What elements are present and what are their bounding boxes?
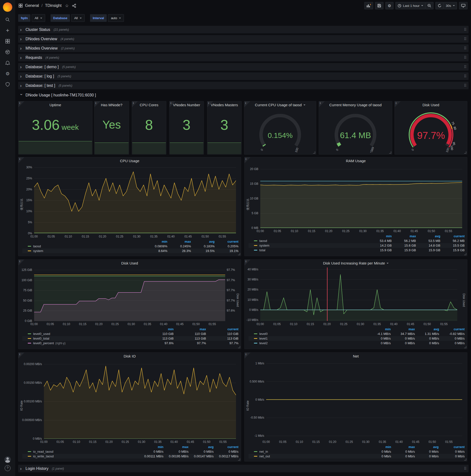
row-mnodes-overview[interactable]: › MNodes Overview (2 panels) ⠿ — [18, 44, 469, 52]
legend-sort-header[interactable]: current — [206, 327, 238, 331]
legend-sort-header[interactable]: current — [439, 445, 465, 449]
legend-sort-header[interactable]: max — [167, 239, 191, 244]
legend-sort-header[interactable]: max — [163, 445, 188, 449]
refresh-button[interactable] — [436, 2, 444, 9]
legend-sort-header[interactable]: avg — [416, 234, 440, 238]
panel-title[interactable]: Net — [353, 353, 359, 360]
zoom-out-button[interactable] — [425, 2, 434, 9]
legend-sort-header[interactable]: avg — [415, 445, 439, 449]
legend-series-name[interactable]: io_write_taosd — [22, 454, 139, 459]
legend-sort-header[interactable]: min — [368, 445, 391, 449]
panel-title[interactable]: Disk Used Increasing Rate per Minute — [323, 260, 385, 267]
legend-series-name[interactable]: level1 — [249, 336, 368, 341]
resize-handle[interactable] — [464, 151, 466, 153]
panel-title[interactable]: Current Memory Usage of taosd — [329, 101, 382, 109]
legend-sort-header[interactable]: current — [440, 234, 465, 238]
resize-handle[interactable] — [238, 458, 240, 460]
grafana-logo[interactable] — [3, 2, 12, 12]
row-database-demo[interactable]: › Database: [ demo ] (5 panels) ⠿ — [18, 63, 469, 71]
drag-handle-icon[interactable]: ⠿ — [464, 46, 467, 51]
row-login-history[interactable]: › Login History (1 panel) ⠿ — [18, 465, 469, 472]
legend-sort-header[interactable]: avg — [415, 327, 439, 331]
legend-series-name[interactable]: level0_percent(right-y) — [22, 341, 141, 345]
row-database-test[interactable]: › Database: [ test ] (5 panels) ⠿ — [18, 82, 469, 89]
legend-sort-header[interactable]: avg — [191, 239, 215, 244]
configuration-gear-icon[interactable]: ⚙ — [0, 68, 15, 79]
plot-area[interactable] — [34, 268, 225, 321]
resize-handle[interactable] — [313, 151, 315, 153]
row-requests[interactable]: › Requests (4 panels) ⠿ — [18, 54, 469, 61]
save-dashboard-button[interactable] — [375, 2, 383, 9]
legend-series-name[interactable]: total — [249, 248, 368, 253]
create-plus-icon[interactable]: + — [0, 25, 15, 36]
favorite-star-icon[interactable]: ☆ — [65, 3, 69, 8]
search-icon[interactable] — [0, 14, 15, 25]
legend-sort-header[interactable]: min — [368, 327, 391, 331]
legend-series-name[interactable]: system — [22, 249, 141, 253]
panel-title[interactable]: Current CPU Usage of taosd — [255, 101, 302, 109]
plot-area[interactable] — [44, 360, 236, 439]
resize-handle[interactable] — [464, 346, 466, 348]
time-range-picker[interactable]: Last 1 hour — [395, 2, 426, 9]
plot-area[interactable] — [34, 165, 236, 233]
row-dnodes-overview[interactable]: › DNodes Overview (4 panels) ⠿ — [18, 35, 469, 43]
variable-value-dropdown[interactable]: All — [32, 14, 45, 22]
drag-handle-icon[interactable]: ⠿ — [464, 55, 467, 60]
plot-area[interactable] — [260, 268, 457, 321]
legend-series-name[interactable]: system — [249, 243, 368, 248]
explore-compass-icon[interactable] — [0, 47, 15, 57]
variable-value-dropdown[interactable]: auto — [108, 14, 124, 22]
variable-value-dropdown[interactable]: All — [71, 14, 84, 22]
resize-handle[interactable] — [238, 346, 240, 348]
add-panel-button[interactable]: + — [364, 2, 373, 9]
refresh-interval-picker[interactable]: 30s — [444, 2, 457, 9]
drag-handle-icon[interactable]: ⠿ — [464, 65, 467, 69]
legend-sort-header[interactable]: max — [392, 234, 416, 238]
legend-sort-header[interactable]: min — [141, 327, 174, 331]
panel-title[interactable]: Disk Used — [121, 260, 138, 267]
legend-series-name[interactable]: level0 — [249, 331, 368, 336]
drag-handle-icon[interactable]: ⠿ — [464, 37, 467, 41]
alerting-bell-icon[interactable] — [0, 57, 15, 68]
share-icon[interactable] — [72, 4, 76, 8]
resize-handle[interactable] — [464, 253, 466, 255]
drag-handle-icon[interactable]: ⠿ — [464, 74, 467, 79]
resize-handle[interactable] — [389, 151, 391, 153]
legend-sort-header[interactable]: max — [391, 327, 415, 331]
help-icon[interactable]: ? — [5, 465, 11, 471]
chevron-down-icon[interactable] — [303, 104, 305, 105]
row-dnode-usage[interactable]: › DNode Usage [ huolinhe-TM1701:6030 ] — [18, 91, 469, 99]
legend-sort-header[interactable]: current — [439, 327, 465, 331]
legend-sort-header[interactable]: min — [139, 445, 163, 449]
legend-sort-header[interactable]: avg — [189, 445, 214, 449]
server-admin-shield-icon[interactable] — [0, 79, 15, 90]
plot-area[interactable] — [266, 360, 462, 439]
panel-title[interactable]: Disk Used — [422, 101, 439, 109]
legend-sort-header[interactable]: min — [368, 234, 392, 238]
resize-handle[interactable] — [464, 458, 466, 460]
dashboard-settings-button[interactable]: ⚙ — [385, 2, 393, 9]
panel-title[interactable]: Disk IO — [124, 353, 136, 360]
legend-sort-header[interactable]: current — [214, 445, 238, 449]
legend-sort-header[interactable]: min — [141, 239, 168, 244]
legend-sort-header[interactable]: current — [215, 239, 238, 244]
legend-series-name[interactable]: io_read_taosd — [22, 449, 139, 454]
row-database-log[interactable]: › Database: [ log ] (5 panels) ⠿ — [18, 72, 469, 80]
plot-area[interactable] — [260, 165, 462, 228]
legend-sort-header[interactable]: max — [391, 445, 415, 449]
resize-handle[interactable] — [238, 253, 240, 255]
legend-series-name[interactable]: net_out — [249, 454, 368, 459]
panel-title[interactable]: CPU Usage — [120, 157, 139, 165]
panel-title[interactable]: RAM Usage — [346, 157, 366, 165]
legend-series-name[interactable]: net_in — [249, 449, 368, 454]
breadcrumb-page[interactable]: TDinsight — [45, 3, 62, 8]
chevron-down-icon[interactable] — [387, 263, 388, 264]
legend-series-name[interactable]: taosd — [22, 244, 141, 249]
legend-series-name[interactable]: level2 — [249, 341, 368, 345]
drag-handle-icon[interactable]: ⠿ — [464, 84, 467, 88]
legend-series-name[interactable]: taosd — [249, 238, 368, 243]
drag-handle-icon[interactable]: ⠿ — [464, 466, 467, 471]
dashboards-icon[interactable] — [0, 36, 15, 47]
breadcrumb-section[interactable]: General — [25, 3, 39, 8]
legend-series-name[interactable]: level0_total — [22, 336, 141, 341]
